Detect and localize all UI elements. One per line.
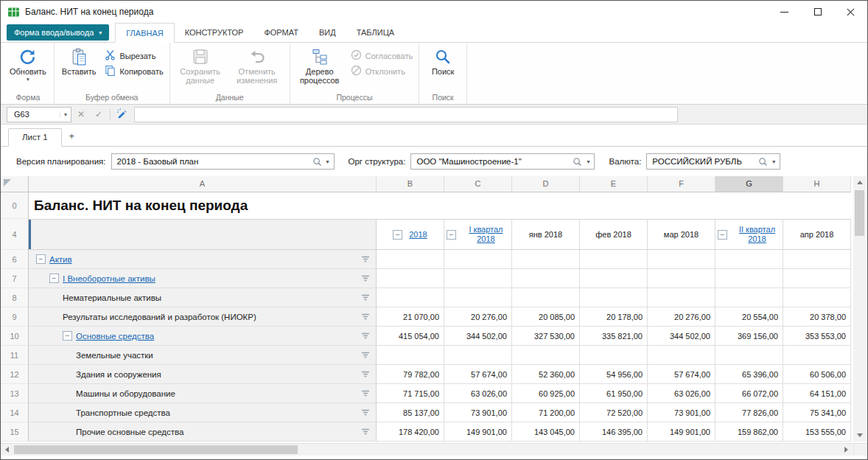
cell-reference-box[interactable]: G63 ▾ [7, 107, 71, 122]
row-label-cell[interactable]: Нематериальные активы [29, 288, 377, 307]
value-cell[interactable] [648, 346, 715, 365]
filter-icon[interactable] [361, 293, 370, 302]
value-cell[interactable]: 64 151,00 [783, 384, 851, 403]
row-number[interactable]: 10 [1, 327, 29, 346]
row-number[interactable]: 0 [1, 192, 29, 219]
value-cell[interactable]: 20 378,00 [783, 307, 851, 327]
value-cell[interactable]: 146 395,00 [580, 422, 648, 442]
currency-combo[interactable]: РОССИЙСКИЙ РУБЛЬ ▾ [646, 153, 780, 170]
value-cell[interactable] [580, 346, 648, 365]
column-header-cell[interactable]: −2018 [377, 219, 444, 250]
value-cell[interactable]: 63 026,00 [444, 384, 512, 403]
column-letter-F[interactable]: F [648, 176, 715, 192]
value-cell[interactable] [580, 250, 648, 269]
column-letter-D[interactable]: D [512, 176, 580, 192]
value-cell[interactable]: 327 530,00 [512, 327, 580, 346]
cancel-entry-button[interactable]: ✕ [73, 107, 89, 122]
column-letter-E[interactable]: E [580, 176, 648, 192]
value-cell[interactable]: 21 070,00 [377, 307, 444, 327]
collapse-icon[interactable]: − [63, 331, 72, 341]
select-all-corner[interactable] [1, 176, 29, 192]
value-cell[interactable]: 72 520,00 [580, 403, 648, 422]
value-cell[interactable] [648, 250, 715, 269]
row-label-cell[interactable]: −I Внеоборотные активы [29, 269, 377, 288]
row-label-cell[interactable]: Транспортные средства [29, 403, 377, 422]
minimize-button[interactable] [768, 1, 801, 23]
filter-icon[interactable] [361, 313, 370, 321]
row-number[interactable]: 8 [1, 288, 29, 307]
ribbon-tab-главная[interactable]: ГЛАВНАЯ [115, 23, 174, 43]
value-cell[interactable]: 335 821,00 [580, 327, 648, 346]
value-cell[interactable]: 20 085,00 [512, 307, 580, 327]
value-cell[interactable]: 415 054,00 [377, 327, 444, 346]
formula-edit-button[interactable] [113, 107, 130, 122]
search-icon[interactable] [570, 157, 584, 167]
value-cell[interactable]: 77 826,00 [715, 403, 783, 422]
value-cell[interactable] [444, 250, 512, 269]
value-cell[interactable] [377, 288, 444, 307]
row-number[interactable]: 9 [1, 307, 29, 327]
value-cell[interactable] [377, 250, 444, 269]
h-scroll-thumb[interactable] [14, 445, 298, 454]
confirm-entry-button[interactable]: ✓ [91, 107, 107, 122]
column-header-label[interactable]: 2018 [409, 230, 427, 240]
filter-icon[interactable] [361, 255, 370, 263]
add-sheet-button[interactable]: + [62, 128, 83, 146]
row-label-cell[interactable]: Машины и оборудование [29, 384, 377, 403]
value-cell[interactable] [783, 250, 851, 269]
value-cell[interactable]: 153 555,00 [783, 422, 851, 442]
value-cell[interactable]: 65 396,00 [715, 365, 783, 384]
filter-icon[interactable] [361, 274, 370, 282]
value-cell[interactable] [377, 346, 444, 365]
collapse-icon[interactable]: − [393, 230, 402, 240]
chevron-down-icon[interactable]: ▾ [60, 111, 71, 118]
value-cell[interactable] [512, 269, 580, 288]
value-cell[interactable] [512, 346, 580, 365]
column-letter-H[interactable]: H [783, 176, 851, 192]
maximize-button[interactable] [801, 1, 834, 23]
value-cell[interactable] [715, 288, 783, 307]
filter-icon[interactable] [361, 408, 370, 417]
vertical-scrollbar[interactable] [853, 176, 866, 442]
close-button[interactable] [834, 1, 867, 23]
value-cell[interactable] [580, 288, 648, 307]
scroll-up-button[interactable] [853, 176, 866, 189]
row-label[interactable]: Основные средства [76, 332, 154, 341]
ribbon-tab-формат[interactable]: ФОРМАТ [253, 23, 309, 42]
value-cell[interactable]: 85 137,00 [377, 403, 444, 422]
value-cell[interactable]: 71 715,00 [377, 384, 444, 403]
value-cell[interactable] [783, 269, 851, 288]
value-cell[interactable] [715, 269, 783, 288]
value-cell[interactable] [444, 269, 512, 288]
value-cell[interactable]: 149 901,00 [444, 422, 512, 442]
search-icon[interactable] [310, 157, 324, 167]
column-letter-A[interactable]: A [29, 176, 377, 192]
value-cell[interactable]: 73 901,00 [444, 403, 512, 422]
value-cell[interactable]: 353 553,00 [783, 327, 851, 346]
value-cell[interactable]: 66 072,00 [715, 384, 783, 403]
value-cell[interactable] [444, 346, 512, 365]
value-cell[interactable]: 178 420,00 [377, 422, 444, 442]
collapse-icon[interactable]: − [447, 230, 456, 240]
value-cell[interactable]: 54 956,00 [580, 365, 648, 384]
cut-button[interactable]: Вырезать [105, 49, 163, 62]
value-cell[interactable]: 20 178,00 [580, 307, 648, 327]
version-combo[interactable]: 2018 - Базовый план ▾ [111, 153, 335, 170]
value-cell[interactable] [648, 288, 715, 307]
row-label-cell[interactable]: Земельные участки [29, 346, 377, 365]
row-number[interactable]: 13 [1, 384, 29, 403]
filter-icon[interactable] [361, 428, 370, 436]
row-label-cell[interactable]: Здания и сооружения [29, 365, 377, 384]
value-cell[interactable] [648, 269, 715, 288]
value-cell[interactable]: 149 901,00 [648, 422, 715, 442]
value-cell[interactable] [783, 346, 851, 365]
collapse-icon[interactable]: − [36, 254, 46, 264]
row-number[interactable]: 12 [1, 365, 29, 384]
header-row-label-cell[interactable] [29, 219, 377, 250]
column-header-cell[interactable]: фев 2018 [580, 219, 648, 250]
row-label-cell[interactable]: Результаты исследований и разработок (НИ… [29, 307, 377, 327]
value-cell[interactable] [444, 288, 512, 307]
refresh-button[interactable]: Обновить ▾ [5, 43, 51, 83]
column-header-cell[interactable]: апр 2018 [783, 219, 851, 250]
value-cell[interactable]: 73 901,00 [648, 403, 715, 422]
